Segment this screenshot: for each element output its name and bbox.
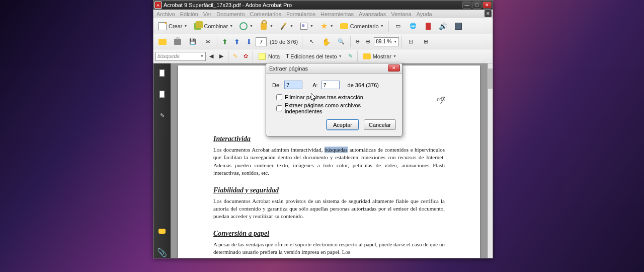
pencil-icon [279,22,288,31]
menu-ayuda[interactable]: Ayuda [417,11,432,17]
highlighted-text: búsquedas [325,147,348,153]
search-placeholder: búsqueda [157,53,180,59]
touchup-icon: ✎ [348,53,353,59]
menu-ver[interactable]: Ver [203,11,212,17]
separate-files-row: Extraer páginas como archivos independie… [272,102,396,114]
separator [388,21,389,32]
page-number-display: 7 [440,95,445,106]
menu-archivo[interactable]: Archivo [156,11,175,17]
zoom-icon: 🔍 [337,37,346,46]
panel-icon: ▭ [393,22,403,31]
main-toolbar: Crear ▼ Combinar ▼ ▼ ▼ ▼ ▼ ★ ▼ [153,18,493,34]
close-button[interactable]: ✕ [482,2,492,9]
sidebar-signatures[interactable]: ✎ [156,110,168,121]
multimedia-button[interactable]: ★ ▼ [317,20,336,33]
search-input[interactable]: búsqueda ▼ [155,52,206,61]
vertical-scrollbar[interactable] [488,63,493,258]
menu-comentarios[interactable]: Comentarios [250,11,281,17]
separate-files-checkbox[interactable] [276,105,282,111]
titlebar: A Acrobat 9 Superfácil_17x23.pdf - Adobe… [153,1,493,10]
show-button[interactable]: Mostrar ▼ [360,50,399,63]
prev-page-button[interactable]: ⬆ [231,35,243,48]
note-button[interactable]: Nota [255,50,282,63]
tool-extra5[interactable] [451,20,465,33]
document-close-icon[interactable]: ✕ [485,10,492,17]
zoom-in-button[interactable]: ⊕ [363,35,373,48]
highlight-tool[interactable]: ✎ [230,50,240,63]
dialog-titlebar[interactable]: Extraer páginas ✕ [266,63,402,74]
sidebar-bookmarks[interactable] [156,89,168,100]
combine-button[interactable]: Combinar ▼ [191,20,235,33]
tool-extra4[interactable]: 🔊 [436,20,450,33]
collaborate-button[interactable]: ▼ [236,20,256,33]
fit-width-button[interactable]: ⊞ [419,35,433,48]
chevron-down-icon: ▼ [339,54,342,58]
touchup-button[interactable]: ✎ [346,50,355,63]
tool-extra2[interactable]: 🌐 [406,20,420,33]
ribbon-icon [424,22,433,31]
email-button[interactable]: ✉ [201,35,215,48]
sidebar-pages[interactable] [156,67,168,79]
app-icon: A [154,2,162,9]
note-icon [258,52,267,61]
extract-pages-dialog: Extraer páginas ✕ De: A: de 364 (376) El… [266,63,403,137]
first-page-button[interactable]: ⬆ [219,35,230,48]
zoom-level[interactable]: 89.1 % ▼ [374,37,399,46]
save-button[interactable]: 💾 [186,35,200,48]
page-range-row: De: A: de 364 (376) [272,81,396,89]
form-icon [299,22,308,31]
scrollbar-thumb[interactable] [488,69,493,89]
hand-tool[interactable]: ✋ [319,35,333,48]
sidebar-attachments[interactable]: 📎 [156,247,168,258]
zoom-out-button[interactable]: ⊖ [353,35,362,48]
arrow-down-icon: ⬇ [246,38,252,46]
menu-avanzadas[interactable]: Avanzadas [359,11,386,17]
chevron-down-icon: ▼ [310,24,313,28]
open-button[interactable] [155,35,170,48]
dialog-close-button[interactable]: ✕ [388,64,400,72]
chevron-down-icon: ▼ [290,24,293,28]
chevron-down-icon: ▼ [393,54,396,58]
forms-button[interactable]: ▼ [297,20,316,33]
create-label: Crear [169,23,183,29]
stamp-tool[interactable]: ✿ [241,50,251,63]
bubble-icon [158,229,166,234]
separator [357,51,358,62]
world-icon: 🌐 [409,22,418,31]
comment-button[interactable]: Comentario ▼ [337,20,386,33]
sidebar-comments[interactable] [156,226,168,237]
separator [228,51,228,62]
from-input[interactable] [284,81,302,89]
cursor-icon: ↖ [307,37,316,46]
print-button[interactable] [171,35,185,48]
accept-button[interactable]: Aceptar [327,119,359,130]
tool-extra3[interactable] [421,20,435,33]
search-next[interactable]: ▶ [217,50,226,63]
menu-formularios[interactable]: Formularios [286,11,315,17]
menu-documento[interactable]: Documento [216,11,245,17]
maximize-button[interactable]: □ [472,2,481,9]
cancel-button[interactable]: Cancelar [364,119,396,130]
fit-page-button[interactable]: ⊡ [404,35,418,48]
tool-extra1[interactable]: ▭ [391,20,405,33]
hand-icon: ✋ [322,38,331,46]
minimize-button[interactable]: — [462,2,471,9]
create-button[interactable]: Crear ▼ [155,20,190,33]
sign-button[interactable]: ▼ [277,20,296,33]
envelope-icon: ✉ [203,37,212,46]
select-tool[interactable]: ↖ [304,35,318,48]
mostrar-label: Mostrar [373,53,391,59]
to-input[interactable] [321,81,340,89]
secure-button[interactable]: ▼ [257,20,276,33]
search-prev[interactable]: ◀ [207,50,216,63]
next-page-button[interactable]: ⬇ [244,35,255,48]
delete-after-row: Eliminar páginas tras extracción [272,94,396,100]
zoom-value: 89.1 % [376,39,391,44]
delete-after-checkbox[interactable] [276,94,282,100]
menu-ventana[interactable]: Ventana [391,11,411,17]
menu-edicion[interactable]: Edición [180,11,198,17]
marquee-zoom[interactable]: 🔍 [334,35,348,48]
text-edits-button[interactable]: T Ediciones del texto ▼ [283,50,344,63]
page-number-input[interactable] [256,37,267,46]
menu-herramientas[interactable]: Herramientas [320,11,354,17]
